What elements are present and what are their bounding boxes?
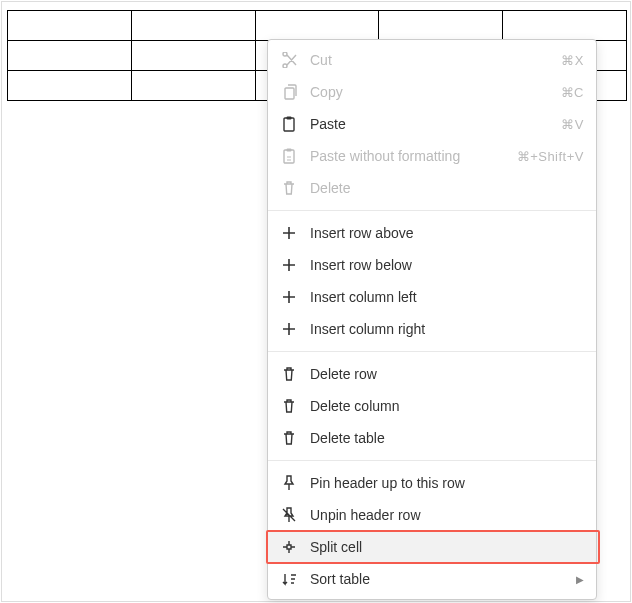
menu-item-split-cell[interactable]: Split cell (268, 531, 596, 563)
menu-item-shortcut: ⌘C (561, 85, 584, 100)
menu-item-label: Delete (310, 180, 584, 196)
trash-icon (280, 179, 298, 197)
unpin-icon (280, 506, 298, 524)
menu-separator (268, 460, 596, 461)
menu-item-insert-row-below[interactable]: Insert row below (268, 249, 596, 281)
table-cell[interactable] (131, 41, 255, 71)
table-cell[interactable] (8, 71, 132, 101)
menu-separator (268, 351, 596, 352)
plus-icon (280, 288, 298, 306)
table-cell[interactable] (8, 11, 132, 41)
trash-icon (280, 429, 298, 447)
menu-item-label: Delete table (310, 430, 584, 446)
menu-item-shortcut: ⌘V (561, 117, 584, 132)
menu-item-label: Sort table (310, 571, 570, 587)
pin-icon (280, 474, 298, 492)
menu-item-delete: Delete (268, 172, 596, 204)
menu-item-delete-table[interactable]: Delete table (268, 422, 596, 454)
menu-separator (268, 210, 596, 211)
menu-item-insert-row-above[interactable]: Insert row above (268, 217, 596, 249)
submenu-arrow-icon: ▶ (576, 574, 584, 585)
table-row (8, 11, 627, 41)
menu-item-copy: Copy⌘C (268, 76, 596, 108)
menu-item-label: Insert row below (310, 257, 584, 273)
menu-item-shortcut: ⌘X (561, 53, 584, 68)
menu-item-label: Unpin header row (310, 507, 584, 523)
table-cell[interactable] (8, 41, 132, 71)
menu-item-delete-col[interactable]: Delete column (268, 390, 596, 422)
menu-item-paste[interactable]: Paste⌘V (268, 108, 596, 140)
clipboard-icon (280, 115, 298, 133)
menu-item-label: Insert column left (310, 289, 584, 305)
plus-icon (280, 320, 298, 338)
menu-item-pin-header[interactable]: Pin header up to this row (268, 467, 596, 499)
copy-icon (280, 83, 298, 101)
menu-item-paste-plain: Paste without formatting⌘+Shift+V (268, 140, 596, 172)
table-cell[interactable] (255, 11, 379, 41)
table-cell[interactable] (131, 11, 255, 41)
table-cell[interactable] (379, 11, 503, 41)
menu-item-label: Delete column (310, 398, 584, 414)
table-cell[interactable] (503, 11, 627, 41)
scissors-icon (280, 51, 298, 69)
menu-item-shortcut: ⌘+Shift+V (517, 149, 584, 164)
plus-icon (280, 224, 298, 242)
menu-item-label: Pin header up to this row (310, 475, 584, 491)
menu-item-label: Copy (310, 84, 561, 100)
plus-icon (280, 256, 298, 274)
menu-item-label: Insert column right (310, 321, 584, 337)
menu-item-label: Cut (310, 52, 561, 68)
menu-item-label: Paste (310, 116, 561, 132)
menu-item-label: Paste without formatting (310, 148, 517, 164)
menu-item-insert-col-left[interactable]: Insert column left (268, 281, 596, 313)
clipboard-plain-icon (280, 147, 298, 165)
context-menu: Cut⌘XCopy⌘CPaste⌘VPaste without formatti… (267, 39, 597, 600)
trash-icon (280, 365, 298, 383)
menu-item-label: Delete row (310, 366, 584, 382)
menu-item-unpin-header[interactable]: Unpin header row (268, 499, 596, 531)
sort-icon (280, 570, 298, 588)
menu-item-insert-col-right[interactable]: Insert column right (268, 313, 596, 345)
menu-item-label: Insert row above (310, 225, 584, 241)
menu-item-delete-row[interactable]: Delete row (268, 358, 596, 390)
menu-item-sort-table[interactable]: Sort table▶ (268, 563, 596, 595)
menu-item-cut: Cut⌘X (268, 44, 596, 76)
trash-icon (280, 397, 298, 415)
menu-item-label: Split cell (310, 539, 584, 555)
split-icon (280, 538, 298, 556)
table-cell[interactable] (131, 71, 255, 101)
